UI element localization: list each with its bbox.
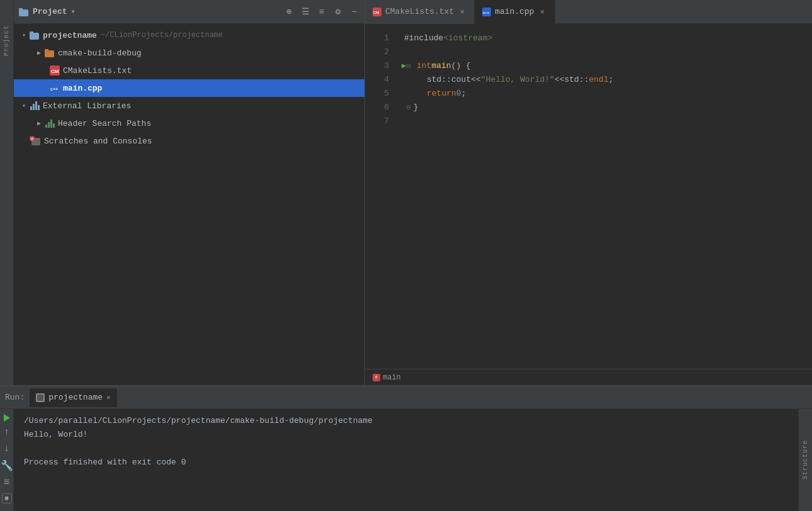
icon-header-search-paths bbox=[44, 118, 55, 128]
code-std-endl: std bbox=[564, 73, 578, 87]
tab-main-cpp[interactable]: c++ main.cpp ✕ bbox=[475, 0, 555, 24]
tree-label-header-search-paths: Header Search Paths bbox=[58, 119, 151, 128]
toolbar-icons: ⊕ ☰ ≡ ⚙ − bbox=[284, 7, 359, 17]
run-list-icon[interactable]: ⇅ bbox=[4, 508, 9, 511]
run-left-toolbar: ↑ ↓ 🔧 ≡ ■ ⇅ bbox=[0, 409, 14, 511]
tree-item-external-libraries[interactable]: ▾ External Libraries bbox=[14, 97, 364, 115]
tree-label-external-libraries: External Libraries bbox=[43, 101, 131, 111]
code-iostream: <iostream> bbox=[443, 31, 492, 45]
code-close-brace: } bbox=[414, 101, 419, 115]
tree-label-scratches: Scratches and Consoles bbox=[44, 137, 152, 146]
svg-text:c++: c++ bbox=[50, 87, 58, 91]
project-panel: Project ▾ ⊕ ☰ ≡ ⚙ − ▾ bbox=[14, 0, 365, 385]
tree-item-main-cpp[interactable]: c++ main.cpp bbox=[14, 79, 364, 97]
run-play-button[interactable] bbox=[4, 414, 10, 422]
code-line-5: return 0; bbox=[404, 87, 812, 101]
line-num-4: 4 bbox=[365, 73, 389, 87]
run-arrow-icon[interactable]: ▶ bbox=[402, 59, 406, 73]
arrow-cmake-build-debug: ▶ bbox=[34, 48, 44, 58]
code-scope2: :: bbox=[579, 73, 589, 87]
code-std-cout: std bbox=[427, 73, 441, 87]
editor-area: CM CMakeLists.txt ✕ c++ main.cpp ✕ 1 2 3 bbox=[365, 0, 812, 385]
run-tab-projectname[interactable]: projectname ✕ bbox=[30, 388, 116, 407]
code-main-fn: main bbox=[431, 59, 451, 73]
tree-item-header-search-paths[interactable]: ▶ Header Search Paths bbox=[14, 115, 364, 132]
tab-cmake-icon: CM bbox=[373, 8, 381, 16]
collapse-close-icon: ⊟ bbox=[407, 101, 411, 115]
run-tab-label: projectname bbox=[48, 393, 103, 402]
tab-cmakelists-close[interactable]: ✕ bbox=[458, 8, 466, 16]
icon-cmakelists: CM bbox=[49, 65, 60, 76]
tab-bar: CM CMakeLists.txt ✕ c++ main.cpp ✕ bbox=[365, 0, 812, 24]
run-tab-close[interactable]: ✕ bbox=[106, 393, 111, 402]
run-tab-icon bbox=[36, 393, 45, 402]
svg-text:CM: CM bbox=[51, 69, 59, 74]
structure-sidebar[interactable]: Structure bbox=[798, 409, 812, 511]
code-op-shift1: << bbox=[471, 73, 481, 87]
line-num-2: 2 bbox=[365, 45, 389, 59]
structure-label: Structure bbox=[802, 440, 809, 480]
code-int-kw: int bbox=[417, 59, 431, 73]
tree-item-cmake-build-debug[interactable]: ▶ cmake-build-debug bbox=[14, 44, 364, 62]
code-main-parens: () { bbox=[451, 59, 471, 73]
code-include: #include bbox=[404, 31, 443, 45]
run-panel-header: Run: projectname ✕ bbox=[0, 386, 812, 409]
run-label: Run: bbox=[5, 393, 25, 402]
tree-label-projectname: projectname bbox=[43, 31, 97, 40]
tree-item-projectname[interactable]: ▾ projectname ~/CLionProjects/projectnam… bbox=[14, 26, 364, 44]
run-output: /Users/parallel/CLionProjects/projectnam… bbox=[14, 409, 798, 511]
tree-item-scratches[interactable]: ⊘ Scratches and Consoles bbox=[14, 132, 364, 150]
tab-cmakelists-label: CMakeLists.txt bbox=[385, 7, 454, 16]
toolbar-icon-sort[interactable]: ≡ bbox=[317, 7, 327, 17]
run-lines-icon[interactable]: ≡ bbox=[4, 477, 10, 488]
run-output-line-1: /Users/parallel/CLionProjects/projectnam… bbox=[24, 414, 788, 428]
cmake-file-icon: CM bbox=[50, 65, 60, 76]
run-panel-body: ↑ ↓ 🔧 ≡ ■ ⇅ /Users/parallel/CLionProject… bbox=[0, 409, 812, 511]
file-tree: ▾ projectname ~/CLionProjects/projectnam… bbox=[14, 24, 364, 385]
code-line-1: #include <iostream> bbox=[404, 31, 812, 45]
project-toolbar: Project ▾ ⊕ ☰ ≡ ⚙ − bbox=[14, 0, 364, 24]
run-scroll-up-icon[interactable]: ↑ bbox=[4, 427, 10, 438]
code-op-shift2: << bbox=[555, 73, 565, 87]
tab-cmakelists[interactable]: CM CMakeLists.txt ✕ bbox=[365, 0, 475, 24]
code-line-4: std::cout << "Hello, World!" << std::end… bbox=[404, 73, 812, 87]
run-stop-icon[interactable]: ■ bbox=[2, 493, 12, 503]
code-line-3: ▶ ⊟ int main() { bbox=[404, 59, 812, 73]
scratches-icon: ⊘ bbox=[30, 136, 41, 146]
icon-cmake-build-debug bbox=[44, 48, 55, 58]
code-line-2 bbox=[404, 45, 812, 59]
breadcrumb-bar: f main bbox=[365, 369, 812, 385]
code-return-kw: return bbox=[427, 87, 456, 101]
arrow-header-search-paths: ▶ bbox=[34, 118, 44, 128]
toolbar-icon-settings[interactable]: ⚙ bbox=[333, 7, 343, 17]
toolbar-icon-minimize[interactable]: − bbox=[349, 7, 359, 17]
code-scope1: :: bbox=[441, 73, 451, 87]
tab-cpp-icon: c++ bbox=[482, 8, 491, 16]
icon-external-libraries bbox=[29, 101, 40, 111]
code-cout: cout bbox=[451, 73, 471, 87]
code-content[interactable]: #include <iostream> ▶ ⊟ int main() { std… bbox=[397, 24, 812, 369]
svg-text:⊘: ⊘ bbox=[30, 137, 34, 141]
svg-rect-1 bbox=[19, 8, 23, 11]
tree-label-main-cpp: main.cpp bbox=[63, 84, 102, 93]
run-output-line-3 bbox=[24, 442, 788, 456]
project-panel-dropdown-arrow[interactable]: ▾ bbox=[71, 7, 76, 16]
icon-projectname bbox=[29, 30, 40, 40]
tree-label-cmake-build-debug: cmake-build-debug bbox=[58, 48, 142, 58]
run-panel: Run: projectname ✕ ↑ ↓ 🔧 ≡ ■ ⇅ /Users/pa… bbox=[0, 385, 812, 511]
line-num-6: 6 bbox=[365, 101, 389, 115]
svg-text:CM: CM bbox=[373, 11, 379, 14]
project-sidebar-label[interactable]: Project bbox=[3, 25, 10, 56]
left-sidebar-strip: Project bbox=[0, 0, 14, 385]
toolbar-icon-list[interactable]: ☰ bbox=[300, 7, 310, 17]
icon-scratches: ⊘ bbox=[29, 136, 42, 146]
line-num-5: 5 bbox=[365, 87, 389, 101]
run-scroll-down-icon[interactable]: ↓ bbox=[4, 443, 10, 454]
code-zero: 0 bbox=[456, 87, 461, 101]
folder-icon-project bbox=[30, 31, 40, 40]
line-num-3: 3 bbox=[365, 59, 389, 73]
tree-item-cmakelists[interactable]: CM CMakeLists.txt bbox=[14, 62, 364, 79]
toolbar-icon-add[interactable]: ⊕ bbox=[284, 7, 294, 17]
run-wrench-icon[interactable]: 🔧 bbox=[1, 459, 13, 472]
tab-main-cpp-close[interactable]: ✕ bbox=[538, 8, 547, 16]
